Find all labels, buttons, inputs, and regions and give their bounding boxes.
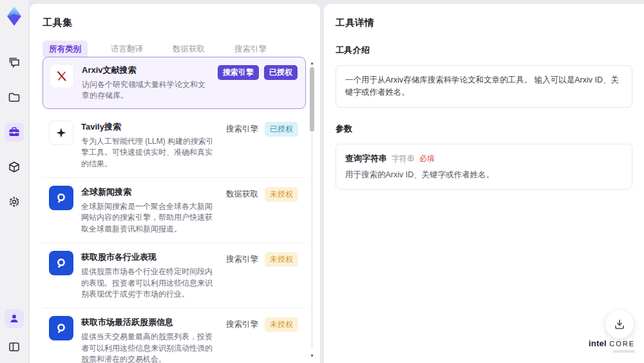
params-heading: 参数: [336, 123, 632, 135]
intel-core-logo: intel core: [589, 337, 635, 353]
core-product-text: core: [609, 340, 635, 348]
category-tabs: 所有类别 语言翻译 数据获取 搜索引擎: [30, 29, 320, 58]
tool-detail-panel: 工具详情 工具介绍 一个用于从Arxiv存储库搜索科学论文和文章的工具。 输入可…: [324, 4, 644, 363]
status-badge: 已授权: [265, 122, 298, 137]
tool-card-arxiv[interactable]: Arxiv文献搜索 访问各个研究领域大量科学论文和文章的存储库。 搜索引擎 已授…: [43, 57, 306, 109]
category-label: 搜索引擎: [225, 122, 260, 137]
sidebar-item-settings[interactable]: [5, 192, 24, 211]
intro-box: 一个用于从Arxiv存储库搜索科学论文和文章的工具。 输入可以是Arxiv ID…: [336, 65, 632, 108]
status-badge: 已授权: [264, 65, 298, 80]
tool-card-global-news[interactable]: 全球新闻搜索 全球新闻搜索是一个聚合全球各大新闻网站内容的搜索引擎，帮助用户快速…: [43, 177, 306, 242]
user-icon: [8, 313, 20, 324]
sidebar-item-account[interactable]: [5, 309, 24, 328]
tavily-star-icon: [49, 121, 73, 145]
tool-card-tavily[interactable]: Tavily搜索 专为人工智能代理 (LLM) 构建的搜索引擎工具。可快速提供实…: [43, 113, 306, 177]
stock-sector-icon: [49, 251, 73, 275]
tab-search-engine[interactable]: 搜索引擎: [228, 41, 273, 58]
tab-all-categories[interactable]: 所有类别: [43, 41, 88, 58]
intro-heading: 工具介绍: [336, 44, 632, 56]
intel-brand-text: intel: [589, 338, 607, 348]
tab-translation[interactable]: 语言翻译: [104, 41, 149, 58]
tool-name: 获取市场最活跃股票信息: [81, 317, 217, 328]
page-title: 工具集: [30, 4, 320, 29]
sidebar-item-collapse[interactable]: [5, 337, 24, 357]
param-type: 字符串: [392, 153, 415, 164]
scrollbar-up-arrow[interactable]: ▲: [310, 61, 314, 65]
tool-desc: 全球新闻搜索是一个聚合全球各大新闻网站内容的搜索引擎，帮助用户快速获取全球最新资…: [81, 201, 217, 235]
toolbox-icon: [8, 126, 21, 139]
status-badge: 未授权: [265, 187, 298, 202]
scrollbar-down-arrow[interactable]: ▼: [310, 353, 314, 358]
tab-data-fetch[interactable]: 数据获取: [166, 41, 211, 58]
sidebar-rail: [0, 0, 28, 363]
category-label: 搜索引擎: [225, 252, 260, 267]
status-badge: 未授权: [265, 252, 298, 267]
param-required-badge: 必填: [419, 153, 435, 164]
active-stocks-icon: [49, 316, 73, 340]
sidebar-item-packages[interactable]: [5, 157, 24, 177]
chat-icon: [8, 56, 21, 69]
cube-icon: [8, 161, 21, 173]
category-label: 搜索引擎: [225, 317, 260, 332]
tool-desc: 专为人工智能代理 (LLM) 构建的搜索引擎工具。可快速提供实时、准确和真实的结…: [81, 136, 217, 170]
gear-icon: [8, 195, 21, 208]
tool-card-stock-sectors[interactable]: 获取股市各行业表现 提供股票市场各个行业在特定时间段内的表现。投资者可以利用这些…: [43, 242, 306, 308]
tool-list-scrollbar[interactable]: ▲ ▼: [310, 61, 314, 358]
arxiv-logo-icon: [50, 64, 74, 88]
intel-logo-sub-mark: [613, 350, 635, 353]
tool-name: Arxiv文献搜索: [82, 64, 210, 76]
folder-icon: [8, 91, 21, 104]
tool-list: Arxiv文献搜索 访问各个研究领域大量科学论文和文章的存储库。 搜索引擎 已授…: [43, 57, 306, 363]
param-desc: 用于搜索的Arxiv ID、关键字或作者姓名。: [345, 170, 623, 181]
panel-layout-icon: [8, 340, 21, 353]
app-logo-icon: [4, 5, 24, 27]
download-button[interactable]: [605, 310, 634, 338]
param-name: 查询字符串: [345, 153, 387, 164]
detail-title: 工具详情: [336, 17, 632, 29]
tool-desc: 访问各个研究领域大量科学论文和文章的存储库。: [82, 79, 210, 102]
tool-card-active-stocks[interactable]: 获取市场最活跃股票信息 提供当天交易量最高的股票列表，投资者可以利用这些信息来识…: [43, 308, 306, 363]
tools-panel: 工具集 所有类别 语言翻译 数据获取 搜索引擎 Arxiv文献搜索 访问各个研究…: [30, 4, 320, 363]
tool-desc: 提供当天交易量最高的股票列表，投资者可以利用这些信息来识别流动性强的股票和潜在的…: [81, 331, 217, 363]
sidebar-item-chat[interactable]: [5, 53, 24, 72]
category-label: 数据获取: [225, 187, 260, 202]
download-icon: [613, 318, 626, 331]
tool-name: 获取股市各行业表现: [81, 251, 217, 263]
tool-desc: 提供股票市场各个行业在特定时间段内的表现。投资者可以利用这些信息来识别表现优于或…: [81, 266, 217, 300]
tool-name: Tavily搜索: [81, 121, 217, 133]
sidebar-item-files[interactable]: [5, 88, 24, 107]
sidebar-item-tools[interactable]: [5, 123, 24, 142]
tool-name: 全球新闻搜索: [81, 186, 217, 198]
scrollbar-thumb[interactable]: [310, 67, 314, 132]
status-badge: 未授权: [265, 317, 298, 332]
category-badge: 搜索引擎: [218, 65, 259, 80]
global-news-icon: [49, 186, 73, 210]
param-card: 查询字符串 字符串 必填 用于搜索的Arxiv ID、关键字或作者姓名。: [336, 144, 632, 190]
